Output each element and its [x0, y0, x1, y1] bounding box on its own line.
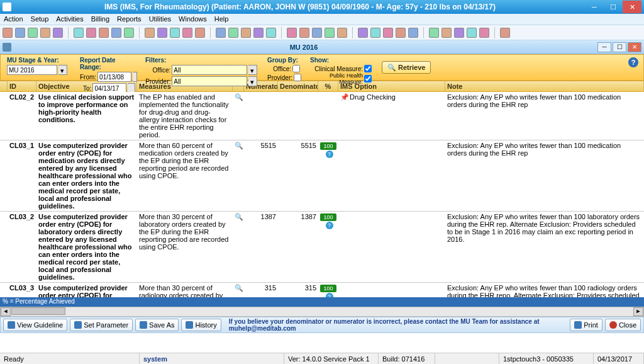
print-button[interactable]: Print: [570, 319, 602, 331]
scroll-right-arrow[interactable]: ►: [633, 307, 643, 316]
toolbar-icon[interactable]: [325, 28, 335, 38]
app-title: IMS (IMS, For Rheumatology) (Patient: AA…: [15, 3, 585, 11]
col-id[interactable]: ID: [8, 81, 36, 91]
toolbar-icon[interactable]: [429, 28, 439, 38]
toolbar-icon[interactable]: [500, 28, 510, 38]
toolbar-icon[interactable]: [358, 28, 368, 38]
show-phm-check[interactable]: [364, 75, 372, 82]
help-icon[interactable]: ?: [628, 57, 638, 67]
maximize-button[interactable]: ☐: [604, 1, 623, 13]
toolbar-icon[interactable]: [383, 28, 393, 38]
toolbar-icon[interactable]: [195, 28, 205, 38]
table-row[interactable]: CL03_2Use computerized provider order en…: [0, 212, 644, 283]
table-row[interactable]: CL03_1Use computerized provider order en…: [0, 140, 644, 212]
provider-combo-button[interactable]: ▾: [248, 76, 257, 86]
menu-utilities[interactable]: Utilities: [149, 15, 171, 23]
menu-help[interactable]: Help: [214, 15, 229, 23]
toolbar-icon[interactable]: [337, 28, 347, 38]
info-icon[interactable]: ?: [326, 151, 333, 158]
from-date-input[interactable]: [97, 72, 131, 82]
view-guideline-button[interactable]: View Guideline: [3, 319, 67, 331]
status-user: system: [140, 353, 284, 364]
toolbar-icon[interactable]: [287, 28, 297, 38]
office-combo[interactable]: [172, 65, 247, 75]
info-icon[interactable]: ?: [326, 293, 333, 297]
menu-action[interactable]: Action: [4, 15, 23, 23]
close-window-button[interactable]: ✕: [623, 1, 641, 13]
toolbar-icon[interactable]: [216, 28, 226, 38]
detail-icon[interactable]: 🔍: [235, 93, 243, 102]
toolbar-icon[interactable]: [111, 28, 121, 38]
grp-office-check[interactable]: [292, 65, 300, 72]
retrieve-button[interactable]: 🔍 Retrieve: [382, 61, 431, 74]
set-parameter-button[interactable]: Set Parameter: [70, 319, 133, 331]
menubar: ActionSetupActivitiesBillingReportsUtili…: [0, 14, 644, 25]
horizontal-scrollbar[interactable]: ◄ ►: [0, 307, 644, 317]
toolbar-icon[interactable]: [53, 28, 63, 38]
toolbar-icon[interactable]: [40, 28, 50, 38]
menu-windows[interactable]: Windows: [179, 15, 207, 23]
from-cal-button[interactable]: [133, 72, 137, 82]
menu-activities[interactable]: Activities: [56, 15, 83, 23]
table-row[interactable]: CL02_2Use clinical decision support to i…: [0, 92, 644, 140]
toolbar-icon[interactable]: [396, 28, 406, 38]
table-row[interactable]: CL03_3Use computerized provider order en…: [0, 283, 644, 297]
stage-combo[interactable]: [7, 65, 57, 75]
col-note[interactable]: Note: [445, 81, 644, 91]
grp-provider-label: Provider:: [267, 74, 292, 81]
show-header: Show:: [310, 57, 372, 64]
scroll-left-arrow[interactable]: ◄: [1, 307, 11, 316]
menu-billing[interactable]: Billing: [91, 15, 109, 23]
provider-combo[interactable]: [172, 76, 247, 86]
panel-max-button[interactable]: ☐: [613, 42, 626, 52]
menu-reports[interactable]: Reports: [117, 15, 142, 23]
close-button[interactable]: Close: [605, 319, 641, 331]
toolbar-icon[interactable]: [408, 28, 418, 38]
toolbar-icon[interactable]: [74, 28, 84, 38]
status-ready: Ready: [0, 353, 140, 364]
toolbar-icon[interactable]: [170, 28, 180, 38]
toolbar-icon[interactable]: [299, 28, 309, 38]
toolbar-icon[interactable]: [99, 28, 109, 38]
toolbar-icon[interactable]: [441, 28, 452, 38]
assist-text: If you believe your denominator or numer…: [224, 318, 568, 332]
statusbar: Ready system Ver: 14.0.0 Service Pack 1 …: [0, 353, 644, 364]
detail-icon[interactable]: 🔍: [235, 284, 243, 293]
toolbar-icon[interactable]: [266, 28, 276, 38]
grp-provider-check[interactable]: [294, 74, 301, 81]
show-phm-label: Public Health Measure:: [310, 72, 363, 85]
info-icon[interactable]: ?: [326, 222, 333, 229]
grid-body: CL02_2Use clinical decision support to i…: [0, 92, 644, 297]
panel-min-button[interactable]: ─: [597, 42, 611, 52]
toolbar-icon[interactable]: [145, 28, 155, 38]
toolbar-icon[interactable]: [312, 28, 322, 38]
minimize-button[interactable]: ─: [585, 1, 604, 13]
toolbar-icon[interactable]: [479, 28, 489, 38]
show-clinical-label: Clinical Measure:: [310, 65, 363, 72]
show-clinical-check[interactable]: [364, 65, 372, 72]
detail-icon[interactable]: 🔍: [235, 142, 243, 151]
panel-close-button[interactable]: ✕: [628, 42, 641, 52]
toolbar-icon[interactable]: [370, 28, 380, 38]
save-as-button[interactable]: Save As: [135, 319, 179, 331]
menu-setup[interactable]: Setup: [31, 15, 49, 23]
toolbar-icon[interactable]: [86, 28, 96, 38]
office-combo-button[interactable]: ▾: [248, 65, 257, 75]
bottom-bar: View Guideline Set Parameter Save As His…: [0, 317, 644, 333]
toolbar-icon[interactable]: [454, 28, 464, 38]
toolbar-icon[interactable]: [15, 28, 25, 38]
toolbar-icon[interactable]: [467, 28, 477, 38]
toolbar-icon[interactable]: [124, 28, 134, 38]
toolbar-icon[interactable]: [253, 28, 264, 38]
toolbar-icon[interactable]: [28, 28, 38, 38]
stage-combo-button[interactable]: ▾: [58, 65, 67, 75]
toolbar-icon[interactable]: [3, 28, 13, 38]
toolbar-icon[interactable]: [228, 28, 238, 38]
scroll-thumb[interactable]: [11, 307, 65, 315]
range-header: Report Date Range:: [80, 57, 135, 71]
toolbar-icon[interactable]: [182, 28, 192, 38]
toolbar-icon[interactable]: [241, 28, 251, 38]
detail-icon[interactable]: 🔍: [235, 213, 243, 222]
history-button[interactable]: History: [181, 319, 221, 331]
toolbar-icon[interactable]: [157, 28, 167, 38]
